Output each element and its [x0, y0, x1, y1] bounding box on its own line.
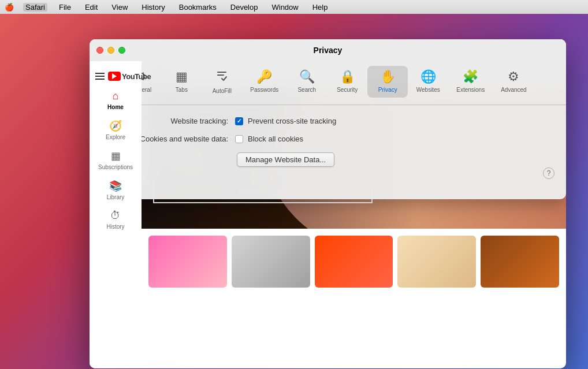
thumb-image-1: [148, 236, 227, 288]
websites-icon: 🌐: [420, 69, 436, 84]
manage-website-data-button[interactable]: Manage Website Data...: [237, 152, 334, 167]
tab-passwords[interactable]: 🔑 Passwords: [242, 66, 286, 98]
safari-window: YouTube ⌂ Home 🧭 Explore ▦ Subscriptions: [90, 39, 566, 368]
security-icon: 🔒: [340, 69, 355, 84]
thumb-image-5: [481, 236, 559, 288]
nav-explore[interactable]: 🧭 Explore: [90, 115, 142, 145]
nav-home[interactable]: ⌂ Home: [90, 85, 142, 115]
menu-bookmarks[interactable]: Bookmarks: [177, 3, 219, 12]
browser-background: YouTube ⌂ Home 🧭 Explore ▦ Subscriptions: [0, 14, 588, 369]
dialog-maximize-button[interactable]: [118, 47, 125, 54]
tab-passwords-label: Passwords: [250, 87, 278, 93]
tab-privacy-label: Privacy: [378, 87, 397, 93]
privacy-icon: ✋: [380, 69, 396, 84]
block-cookies-label: Block all cookies: [248, 135, 303, 143]
prevent-tracking-checkbox[interactable]: [235, 117, 243, 125]
menu-file[interactable]: File: [57, 3, 73, 12]
menu-history[interactable]: History: [139, 3, 167, 12]
tab-tabs[interactable]: ▦ Tabs: [161, 66, 202, 98]
tab-websites[interactable]: 🌐 Websites: [408, 66, 448, 98]
thumb-image-3: [315, 236, 393, 288]
tab-security-label: Security: [337, 87, 358, 93]
youtube-icon: [108, 72, 121, 81]
search-icon: 🔍: [299, 69, 315, 84]
thumb-card-4[interactable]: [397, 236, 476, 288]
thumb-card-3[interactable]: [315, 236, 393, 288]
menu-safari[interactable]: Safari: [23, 3, 47, 12]
tab-advanced[interactable]: ⚙ Advanced: [493, 66, 534, 98]
youtube-sidebar: YouTube ⌂ Home 🧭 Explore ▦ Subscriptions: [90, 61, 142, 368]
svg-rect-1: [217, 74, 224, 76]
nav-library-label: Library: [107, 194, 125, 200]
menu-view[interactable]: View: [109, 3, 130, 12]
menu-help[interactable]: Help: [310, 3, 330, 12]
tab-advanced-label: Advanced: [501, 87, 526, 93]
dialog-traffic-lights: [96, 47, 125, 54]
youtube-text: YouTube: [122, 72, 151, 81]
home-icon: ⌂: [113, 90, 119, 102]
nav-explore-label: Explore: [106, 134, 125, 140]
autofill-icon: [215, 69, 228, 85]
library-icon: 📚: [109, 180, 122, 192]
thumb-image-4: [397, 236, 476, 288]
tab-tabs-label: Tabs: [176, 87, 188, 93]
youtube-logo[interactable]: YouTube: [108, 72, 151, 81]
tab-privacy[interactable]: ✋ Privacy: [367, 66, 408, 98]
tab-websites-label: Websites: [416, 87, 440, 93]
tab-security[interactable]: 🔒 Security: [327, 66, 367, 98]
subscriptions-icon: ▦: [111, 150, 121, 162]
history-icon: ⏱: [110, 210, 121, 222]
dialog-body: Website tracking: Prevent cross-site tra…: [90, 105, 566, 188]
tab-search-label: Search: [297, 87, 316, 93]
privacy-dialog: Privacy ⚙ General ▦ Tabs: [90, 39, 566, 199]
tabs-icon: ▦: [176, 69, 188, 84]
extensions-icon: 🧩: [463, 69, 478, 84]
tab-search[interactable]: 🔍 Search: [286, 66, 327, 98]
explore-icon: 🧭: [109, 120, 122, 132]
hamburger-menu[interactable]: [95, 73, 105, 80]
nav-history[interactable]: ⏱ History: [90, 205, 142, 234]
thumb-image-2: [232, 236, 310, 288]
advanced-icon: ⚙: [508, 69, 519, 84]
tab-extensions-label: Extensions: [456, 87, 485, 93]
menu-edit[interactable]: Edit: [83, 3, 100, 12]
nav-subscriptions-label: Subscriptions: [98, 164, 133, 170]
nav-subscriptions[interactable]: ▦ Subscriptions: [90, 145, 142, 175]
manage-data-row: Manage Website Data...: [113, 152, 543, 167]
thumb-card-5[interactable]: [481, 236, 559, 288]
tab-autofill[interactable]: AutoFill: [202, 66, 242, 98]
tab-autofill-label: AutoFill: [213, 88, 232, 94]
cookies-control: Block all cookies: [235, 135, 303, 143]
menu-window[interactable]: Window: [269, 3, 300, 12]
dialog-minimize-button[interactable]: [107, 47, 114, 54]
menu-bar: 🍎 Safari File Edit View History Bookmark…: [0, 0, 588, 14]
cookies-row: Cookies and website data: Block all cook…: [113, 135, 543, 143]
preferences-toolbar: ⚙ General ▦ Tabs AutoFill: [90, 61, 566, 105]
youtube-logo-area: YouTube: [90, 67, 142, 85]
help-button[interactable]: ?: [543, 167, 554, 179]
dialog-titlebar: Privacy: [90, 39, 566, 61]
website-tracking-row: Website tracking: Prevent cross-site tra…: [113, 117, 543, 125]
nav-home-label: Home: [107, 104, 124, 110]
nav-library[interactable]: 📚 Library: [90, 175, 142, 205]
website-tracking-control: Prevent cross-site tracking: [235, 117, 336, 125]
menu-develop[interactable]: Develop: [228, 3, 260, 12]
thumb-card-1[interactable]: [148, 236, 227, 288]
passwords-icon: 🔑: [256, 69, 272, 84]
tab-extensions[interactable]: 🧩 Extensions: [448, 66, 493, 98]
svg-rect-0: [217, 72, 226, 73]
dialog-close-button[interactable]: [96, 47, 103, 54]
thumb-card-2[interactable]: [232, 236, 310, 288]
apple-menu[interactable]: 🍎: [5, 3, 14, 12]
dialog-title: Privacy: [314, 46, 343, 55]
prevent-tracking-label: Prevent cross-site tracking: [248, 117, 336, 125]
block-cookies-checkbox[interactable]: [235, 135, 243, 143]
thumbnail-grid: [142, 229, 566, 295]
nav-history-label: History: [106, 223, 124, 230]
